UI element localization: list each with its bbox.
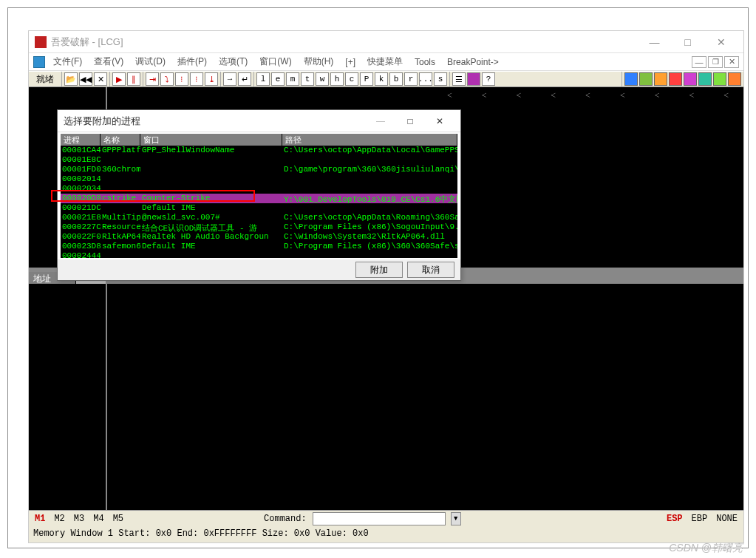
color-8-button[interactable]: [728, 72, 741, 86]
menu-debug[interactable]: 调试(D): [130, 54, 171, 69]
command-dropdown[interactable]: ▼: [451, 512, 461, 525]
close-button[interactable]: ✕: [704, 32, 738, 52]
child-window-icon: [33, 56, 45, 68]
letter-e-button[interactable]: e: [271, 72, 285, 86]
process-row[interactable]: 00001CA4GPPPlatfGPP_ShellWindowNameC:\Us…: [61, 146, 457, 155]
app-icon: [35, 36, 47, 48]
highlight-button[interactable]: [467, 72, 480, 86]
open-button[interactable]: 📂: [64, 72, 78, 86]
process-row[interactable]: 00002034: [61, 184, 457, 194]
bottom-bar: M1 M2 M3 M4 M5 Command: ▼ ESP EBP NONE M…: [29, 510, 743, 542]
main-window: 吾爱破解 - [LCG] — □ ✕ 文件(F) 查看(V) 调试(D) 插件(…: [28, 30, 744, 543]
run-button[interactable]: ▶: [112, 72, 126, 86]
vertical-splitter-2[interactable]: [106, 284, 107, 510]
dialog-close-button[interactable]: ✕: [425, 111, 454, 132]
settings-button[interactable]: ?: [482, 72, 495, 86]
color-3-button[interactable]: [654, 72, 667, 86]
process-row[interactable]: 000023D8safemon6Default IMED:\Program Fi…: [61, 242, 457, 251]
menu-tools[interactable]: Tools: [409, 55, 440, 69]
process-row[interactable]: 00001FD0360chromD:\game\program\360\360j…: [61, 165, 457, 174]
process-row[interactable]: 00002014: [61, 174, 457, 184]
letter-P-button[interactable]: P: [360, 72, 373, 86]
process-row[interactable]: 000021E8MultiTip@newsld_svc.007#C:\Users…: [61, 213, 457, 222]
letter-m-button[interactable]: m: [286, 72, 299, 86]
menu-file[interactable]: 文件(F): [48, 54, 87, 69]
mdi-restore-button[interactable]: ❐: [708, 56, 723, 68]
menu-breakpoint[interactable]: BreakPoint->: [442, 55, 504, 69]
process-row[interactable]: 00002444: [61, 251, 457, 258]
return-button[interactable]: ↵: [238, 72, 251, 86]
minimize-button[interactable]: —: [638, 32, 671, 52]
reg-none[interactable]: NONE: [715, 514, 739, 524]
color-1-button[interactable]: [624, 72, 638, 86]
column-markers: <<<<<<<<<: [29, 87, 743, 104]
process-row[interactable]: 0000227CResource结合CE认识OD调试器工具 - 游C:\Prog…: [61, 222, 457, 232]
execute-till-button[interactable]: ⤓: [205, 72, 218, 86]
reg-esp[interactable]: ESP: [665, 514, 684, 524]
reg-m5[interactable]: M5: [112, 514, 125, 524]
reg-m4[interactable]: M4: [92, 514, 105, 524]
letter-w-button[interactable]: w: [316, 72, 329, 86]
letter-h-button[interactable]: h: [330, 72, 344, 86]
letter-...-button[interactable]: ...: [419, 72, 432, 86]
menu-plus[interactable]: [+]: [340, 55, 361, 69]
reg-m3[interactable]: M3: [72, 514, 86, 524]
letter-c-button[interactable]: c: [345, 72, 358, 86]
memory-info: Memory Window 1 Start: 0x0 End: 0xFFFFFF…: [29, 527, 743, 540]
menu-bar: 文件(F) 查看(V) 调试(D) 插件(P) 选项(T) 窗口(W) 帮助(H…: [29, 53, 743, 71]
trace-into-button[interactable]: ⁝: [175, 72, 188, 86]
menu-window[interactable]: 窗口(W): [254, 54, 296, 69]
menu-plugin[interactable]: 插件(P): [172, 54, 212, 69]
letter-buttons: lemtwhcPkbr...s: [253, 72, 449, 86]
attach-button[interactable]: 附加: [355, 262, 403, 278]
process-list[interactable]: 进程 名称 窗口 路径 00001CA4GPPPlatfGPP_ShellWin…: [61, 134, 457, 258]
process-row[interactable]: 000020D8cstrikeCounter-StrikeY:\001_Deve…: [61, 194, 457, 203]
dialog-maximize-button[interactable]: □: [395, 111, 425, 132]
menu-quick[interactable]: 快捷菜单: [362, 54, 408, 69]
trace-over-button[interactable]: ⁝: [190, 72, 203, 86]
letter-s-button[interactable]: s: [434, 72, 447, 86]
dialog-footer: 附加 取消: [58, 259, 460, 280]
command-input[interactable]: [313, 512, 446, 525]
col-window[interactable]: 窗口: [140, 134, 282, 146]
process-row[interactable]: 00001E8C: [61, 155, 457, 165]
color-2-button[interactable]: [639, 72, 653, 86]
watermark: CSDN @韩曙亮: [669, 542, 743, 555]
pause-button[interactable]: ∥: [127, 72, 140, 86]
step-into-button[interactable]: ⇥: [146, 72, 159, 86]
mdi-minimize-button[interactable]: —: [692, 56, 706, 68]
reg-m2[interactable]: M2: [52, 514, 66, 524]
menu-options[interactable]: 选项(T): [214, 54, 253, 69]
col-pid[interactable]: 进程: [61, 134, 101, 146]
letter-l-button[interactable]: l: [256, 72, 270, 86]
menu-view[interactable]: 查看(V): [89, 54, 129, 69]
process-row[interactable]: 000022F0RltkAP64Realtek HD Audio Backgro…: [61, 232, 457, 242]
letter-k-button[interactable]: k: [375, 72, 388, 86]
register-row: M1 M2 M3 M4 M5 Command: ▼ ESP EBP NONE: [29, 511, 743, 527]
process-row[interactable]: 000021DCDefault IME: [61, 203, 457, 213]
reg-ebp[interactable]: EBP: [690, 514, 709, 524]
goto-button[interactable]: →: [223, 72, 236, 86]
letter-b-button[interactable]: b: [389, 72, 403, 86]
rewind-button[interactable]: ◀◀: [79, 72, 92, 86]
command-label: Command:: [264, 514, 307, 524]
cancel-button[interactable]: 取消: [407, 262, 454, 278]
dialog-minimize-button: —: [366, 111, 395, 132]
step-over-button[interactable]: ⤵: [160, 72, 174, 86]
color-6-button[interactable]: [698, 72, 712, 86]
stop-button[interactable]: ✕: [94, 72, 107, 86]
list-view-button[interactable]: ☰: [452, 72, 466, 86]
color-4-button[interactable]: [669, 72, 682, 86]
mdi-close-button[interactable]: ✕: [724, 56, 739, 68]
col-name[interactable]: 名称: [101, 134, 140, 146]
col-path[interactable]: 路径: [282, 134, 457, 146]
toolbar: 就绪 📂 ◀◀ ✕ ▶ ∥ ⇥ ⤵ ⁝ ⁝ ⤓ → ↵ lemtwhcPkbr.…: [29, 71, 743, 87]
color-5-button[interactable]: [684, 72, 697, 86]
maximize-button[interactable]: □: [671, 32, 704, 52]
attach-process-dialog: 选择要附加的进程 — □ ✕ 进程 名称 窗口 路径 00001CA4GPPPl…: [57, 109, 461, 281]
letter-t-button[interactable]: t: [301, 72, 314, 86]
menu-help[interactable]: 帮助(H): [299, 54, 339, 69]
reg-m1[interactable]: M1: [33, 514, 47, 524]
color-7-button[interactable]: [713, 72, 726, 86]
letter-r-button[interactable]: r: [404, 72, 418, 86]
